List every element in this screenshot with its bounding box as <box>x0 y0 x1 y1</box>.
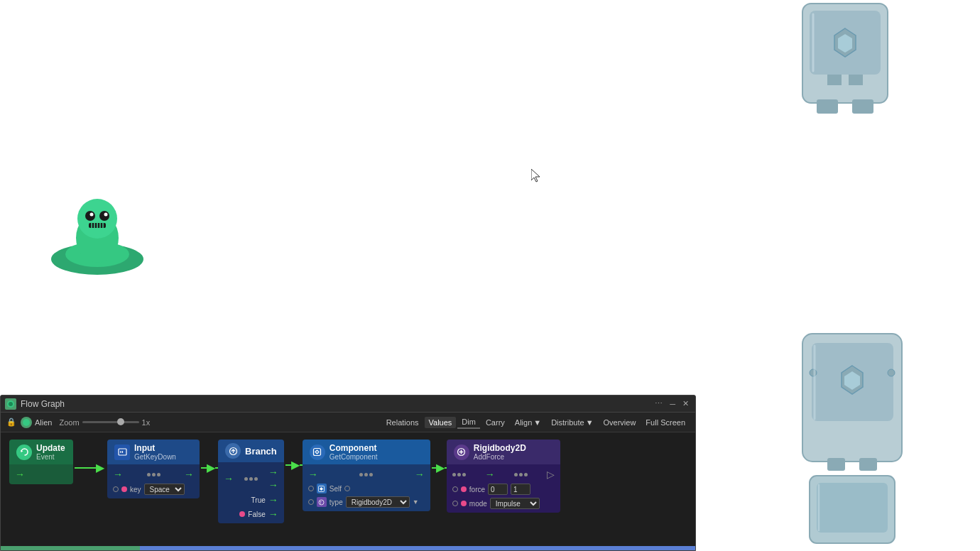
connector-1: ▶ <box>75 462 107 474</box>
update-out-arrow: → <box>15 469 25 480</box>
input-node-icon <box>114 444 130 460</box>
node-canvas: Update Event → ▶ <box>1 432 695 546</box>
panel-title-icon <box>5 398 16 410</box>
lock-icon: 🔒 <box>6 418 16 427</box>
panel-titlebar-left: Flow Graph <box>5 398 65 410</box>
component-node-subtitle: GetComponent <box>330 453 378 461</box>
self-port-empty <box>308 486 314 491</box>
comp-in-arrow: → <box>308 469 318 480</box>
force-y-input[interactable] <box>511 484 530 495</box>
toolbar-alien-icon <box>21 417 32 428</box>
branch-node-icon <box>225 443 241 459</box>
branch-flow-dots <box>244 477 258 481</box>
rigidbody-node-icon <box>454 444 469 460</box>
update-node-icon <box>16 444 32 460</box>
force-port-pink <box>461 486 467 492</box>
svg-rect-4 <box>817 99 838 114</box>
toolbar-alien-text: Alien <box>35 418 52 427</box>
input-flow-dots <box>147 473 160 476</box>
key-label: key <box>130 486 141 493</box>
node-branch[interactable]: Branch → → → <box>218 440 284 523</box>
key-select[interactable]: Space <box>144 484 185 495</box>
panel-title-text: Flow Graph <box>21 399 65 409</box>
connector-3: ▶ <box>285 459 303 471</box>
panel-minimize-btn[interactable]: ─ <box>668 399 677 409</box>
toolbar-relations-btn[interactable]: Relations <box>382 417 423 428</box>
svg-point-24 <box>77 199 117 239</box>
type-label: type <box>330 498 343 506</box>
svg-point-16 <box>888 369 895 376</box>
node-input[interactable]: Input GetKeyDown → → <box>107 440 200 498</box>
toolbar-values-btn[interactable]: Values <box>425 417 457 428</box>
input-node-title: Input <box>134 443 176 453</box>
toolbar-overview-btn[interactable]: Overview <box>599 417 641 428</box>
flow-graph-panel: Flow Graph ⋯ ─ ✕ 🔒 Alien Zoom 1x Relatio… <box>0 395 696 551</box>
self-label: Self <box>330 485 342 493</box>
zoom-value: 1x <box>142 418 151 427</box>
key-port-empty <box>113 486 119 492</box>
rigidbody-node-title: Rigidbody2D <box>474 443 526 453</box>
force-port-empty <box>452 486 458 492</box>
update-node-subtitle: Event <box>36 453 65 461</box>
toolbar-alien: Alien <box>21 417 52 428</box>
zoom-slider[interactable] <box>82 421 139 423</box>
panel-close-btn[interactable]: ✕ <box>680 398 691 409</box>
branch-true-arrow: → <box>268 494 278 506</box>
rigidbody-node-subtitle: AddForce <box>474 453 526 461</box>
svg-rect-19 <box>817 483 888 533</box>
svg-text:T: T <box>320 500 322 504</box>
rb-flow-dots-in <box>452 473 466 476</box>
rb-out-tri: ▷ <box>547 469 555 480</box>
robot-bottom-illustration <box>792 330 913 550</box>
alien-character-illustration <box>46 192 149 284</box>
mode-port-pink <box>461 501 467 506</box>
mode-select[interactable]: Impulse <box>490 498 540 509</box>
svg-rect-12 <box>859 458 877 471</box>
svg-point-28 <box>104 213 108 217</box>
toolbar-distribute-dropdown[interactable]: Distribute ▼ <box>547 417 597 428</box>
type-arrow-down: ▼ <box>413 498 419 506</box>
svg-rect-44 <box>314 449 321 456</box>
panel-controls: ⋯ ─ ✕ <box>653 398 691 409</box>
key-port-pink <box>121 486 127 492</box>
node-component[interactable]: Component GetComponent → → <box>303 440 430 511</box>
svg-point-37 <box>9 402 13 406</box>
branch-node-title: Branch <box>245 446 277 457</box>
panel-toolbar: 🔒 Alien Zoom 1x Relations Values Dim Car… <box>1 413 695 432</box>
zoom-slider-thumb <box>117 418 124 425</box>
type-port-empty <box>308 499 314 505</box>
self-icon <box>317 484 327 493</box>
svg-point-38 <box>23 419 30 426</box>
svg-rect-3 <box>849 75 863 85</box>
svg-point-25 <box>85 211 95 221</box>
svg-rect-5 <box>852 99 873 114</box>
toolbar-align-dropdown[interactable]: Align ▼ <box>511 417 545 428</box>
component-node-icon <box>310 444 325 460</box>
component-node-title: Component <box>330 443 378 453</box>
svg-point-27 <box>90 213 94 217</box>
svg-rect-11 <box>827 458 845 471</box>
branch-in-arrow: → <box>224 473 234 484</box>
svg-point-26 <box>99 211 109 221</box>
input-in-arrow: → <box>113 469 123 480</box>
input-node-subtitle: GetKeyDown <box>134 453 176 461</box>
zoom-label: Zoom <box>59 418 79 427</box>
rb-flow-dots-out <box>514 473 528 476</box>
node-rigidbody[interactable]: Rigidbody2D AddForce → ▷ <box>447 440 560 513</box>
toolbar-carry-btn[interactable]: Carry <box>481 417 509 428</box>
branch-false-arrow: → <box>268 508 278 520</box>
robot-top-illustration <box>788 0 902 131</box>
type-select[interactable]: Rigidbody2D <box>346 496 410 508</box>
toolbar-fullscreen-btn[interactable]: Full Screen <box>641 417 690 428</box>
node-update[interactable]: Update Event → <box>9 440 73 484</box>
zoom-container: Zoom 1x <box>59 418 150 427</box>
branch-true-label: True <box>251 496 266 504</box>
connector-2: ▶ <box>201 462 218 474</box>
toolbar-dim-btn[interactable]: Dim <box>457 416 480 429</box>
branch-false-label: False <box>248 511 265 518</box>
force-label: force <box>469 486 485 493</box>
svg-rect-2 <box>827 75 842 85</box>
force-x-input[interactable] <box>488 484 508 495</box>
panel-titlebar: Flow Graph ⋯ ─ ✕ <box>1 395 695 413</box>
panel-more-btn[interactable]: ⋯ <box>653 398 665 409</box>
